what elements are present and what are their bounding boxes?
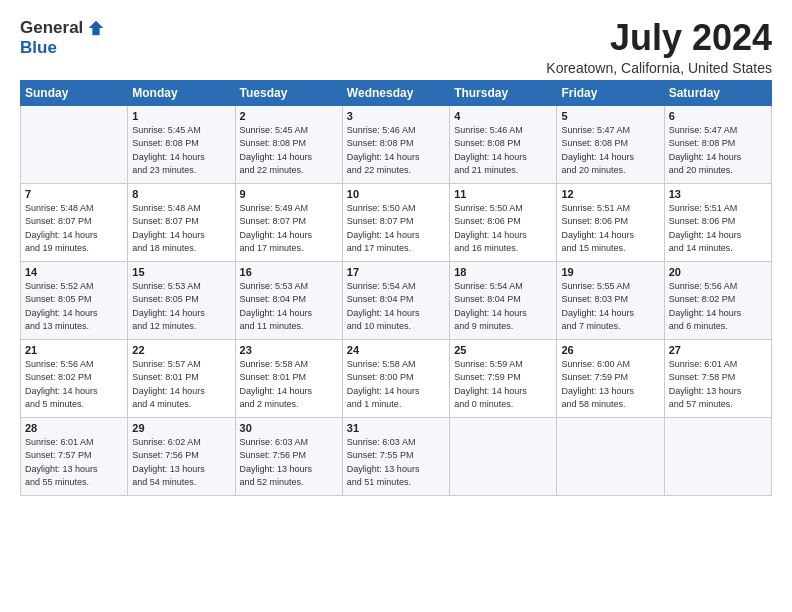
- calendar-cell: 8Sunrise: 5:48 AM Sunset: 8:07 PM Daylig…: [128, 183, 235, 261]
- calendar-cell: 28Sunrise: 6:01 AM Sunset: 7:57 PM Dayli…: [21, 417, 128, 495]
- calendar-cell: 23Sunrise: 5:58 AM Sunset: 8:01 PM Dayli…: [235, 339, 342, 417]
- day-info: Sunrise: 5:51 AM Sunset: 8:06 PM Dayligh…: [669, 202, 767, 256]
- weekday-header-row: SundayMondayTuesdayWednesdayThursdayFrid…: [21, 80, 772, 105]
- day-info: Sunrise: 5:58 AM Sunset: 8:00 PM Dayligh…: [347, 358, 445, 412]
- day-info: Sunrise: 5:45 AM Sunset: 8:08 PM Dayligh…: [240, 124, 338, 178]
- calendar-cell: 19Sunrise: 5:55 AM Sunset: 8:03 PM Dayli…: [557, 261, 664, 339]
- calendar-cell: 31Sunrise: 6:03 AM Sunset: 7:55 PM Dayli…: [342, 417, 449, 495]
- calendar-cell: 27Sunrise: 6:01 AM Sunset: 7:58 PM Dayli…: [664, 339, 771, 417]
- weekday-header-tuesday: Tuesday: [235, 80, 342, 105]
- day-number: 16: [240, 266, 338, 278]
- day-number: 4: [454, 110, 552, 122]
- calendar-cell: 13Sunrise: 5:51 AM Sunset: 8:06 PM Dayli…: [664, 183, 771, 261]
- calendar-cell: 9Sunrise: 5:49 AM Sunset: 8:07 PM Daylig…: [235, 183, 342, 261]
- weekday-header-wednesday: Wednesday: [342, 80, 449, 105]
- month-year: July 2024: [546, 18, 772, 58]
- calendar-cell: 30Sunrise: 6:03 AM Sunset: 7:56 PM Dayli…: [235, 417, 342, 495]
- day-info: Sunrise: 5:56 AM Sunset: 8:02 PM Dayligh…: [25, 358, 123, 412]
- weekday-header-thursday: Thursday: [450, 80, 557, 105]
- day-info: Sunrise: 5:46 AM Sunset: 8:08 PM Dayligh…: [454, 124, 552, 178]
- day-info: Sunrise: 5:53 AM Sunset: 8:05 PM Dayligh…: [132, 280, 230, 334]
- day-info: Sunrise: 5:46 AM Sunset: 8:08 PM Dayligh…: [347, 124, 445, 178]
- day-number: 14: [25, 266, 123, 278]
- day-number: 10: [347, 188, 445, 200]
- day-info: Sunrise: 5:48 AM Sunset: 8:07 PM Dayligh…: [25, 202, 123, 256]
- day-info: Sunrise: 5:54 AM Sunset: 8:04 PM Dayligh…: [347, 280, 445, 334]
- calendar-cell: 21Sunrise: 5:56 AM Sunset: 8:02 PM Dayli…: [21, 339, 128, 417]
- day-number: 2: [240, 110, 338, 122]
- day-info: Sunrise: 5:54 AM Sunset: 8:04 PM Dayligh…: [454, 280, 552, 334]
- calendar-cell: 16Sunrise: 5:53 AM Sunset: 8:04 PM Dayli…: [235, 261, 342, 339]
- location: Koreatown, California, United States: [546, 60, 772, 76]
- calendar-cell: 14Sunrise: 5:52 AM Sunset: 8:05 PM Dayli…: [21, 261, 128, 339]
- logo: General Blue: [20, 18, 105, 58]
- day-info: Sunrise: 5:56 AM Sunset: 8:02 PM Dayligh…: [669, 280, 767, 334]
- day-number: 3: [347, 110, 445, 122]
- day-number: 23: [240, 344, 338, 356]
- day-info: Sunrise: 5:50 AM Sunset: 8:07 PM Dayligh…: [347, 202, 445, 256]
- day-info: Sunrise: 6:01 AM Sunset: 7:57 PM Dayligh…: [25, 436, 123, 490]
- logo-general-text: General: [20, 18, 83, 38]
- calendar-cell: 5Sunrise: 5:47 AM Sunset: 8:08 PM Daylig…: [557, 105, 664, 183]
- calendar-cell: 2Sunrise: 5:45 AM Sunset: 8:08 PM Daylig…: [235, 105, 342, 183]
- calendar-cell: 18Sunrise: 5:54 AM Sunset: 8:04 PM Dayli…: [450, 261, 557, 339]
- calendar-week-row: 14Sunrise: 5:52 AM Sunset: 8:05 PM Dayli…: [21, 261, 772, 339]
- calendar-cell: 29Sunrise: 6:02 AM Sunset: 7:56 PM Dayli…: [128, 417, 235, 495]
- weekday-header-monday: Monday: [128, 80, 235, 105]
- day-number: 6: [669, 110, 767, 122]
- day-number: 12: [561, 188, 659, 200]
- calendar-cell: 22Sunrise: 5:57 AM Sunset: 8:01 PM Dayli…: [128, 339, 235, 417]
- day-number: 30: [240, 422, 338, 434]
- day-info: Sunrise: 5:59 AM Sunset: 7:59 PM Dayligh…: [454, 358, 552, 412]
- day-number: 9: [240, 188, 338, 200]
- day-number: 21: [25, 344, 123, 356]
- calendar-cell: 20Sunrise: 5:56 AM Sunset: 8:02 PM Dayli…: [664, 261, 771, 339]
- logo-icon: [87, 19, 105, 37]
- day-info: Sunrise: 5:58 AM Sunset: 8:01 PM Dayligh…: [240, 358, 338, 412]
- day-info: Sunrise: 5:51 AM Sunset: 8:06 PM Dayligh…: [561, 202, 659, 256]
- calendar-cell: 25Sunrise: 5:59 AM Sunset: 7:59 PM Dayli…: [450, 339, 557, 417]
- calendar-cell: 11Sunrise: 5:50 AM Sunset: 8:06 PM Dayli…: [450, 183, 557, 261]
- calendar-cell: 3Sunrise: 5:46 AM Sunset: 8:08 PM Daylig…: [342, 105, 449, 183]
- calendar-week-row: 21Sunrise: 5:56 AM Sunset: 8:02 PM Dayli…: [21, 339, 772, 417]
- day-info: Sunrise: 6:03 AM Sunset: 7:55 PM Dayligh…: [347, 436, 445, 490]
- calendar-cell: 1Sunrise: 5:45 AM Sunset: 8:08 PM Daylig…: [128, 105, 235, 183]
- calendar-cell: 26Sunrise: 6:00 AM Sunset: 7:59 PM Dayli…: [557, 339, 664, 417]
- calendar-cell: 4Sunrise: 5:46 AM Sunset: 8:08 PM Daylig…: [450, 105, 557, 183]
- day-number: 7: [25, 188, 123, 200]
- day-number: 24: [347, 344, 445, 356]
- day-info: Sunrise: 5:55 AM Sunset: 8:03 PM Dayligh…: [561, 280, 659, 334]
- calendar-week-row: 7Sunrise: 5:48 AM Sunset: 8:07 PM Daylig…: [21, 183, 772, 261]
- weekday-header-sunday: Sunday: [21, 80, 128, 105]
- day-number: 28: [25, 422, 123, 434]
- day-number: 15: [132, 266, 230, 278]
- header: General Blue July 2024 Koreatown, Califo…: [20, 18, 772, 76]
- weekday-header-friday: Friday: [557, 80, 664, 105]
- day-number: 1: [132, 110, 230, 122]
- day-info: Sunrise: 6:03 AM Sunset: 7:56 PM Dayligh…: [240, 436, 338, 490]
- day-number: 26: [561, 344, 659, 356]
- calendar-cell: [664, 417, 771, 495]
- day-info: Sunrise: 5:49 AM Sunset: 8:07 PM Dayligh…: [240, 202, 338, 256]
- weekday-header-saturday: Saturday: [664, 80, 771, 105]
- title-section: July 2024 Koreatown, California, United …: [546, 18, 772, 76]
- day-number: 17: [347, 266, 445, 278]
- day-number: 11: [454, 188, 552, 200]
- calendar-cell: [21, 105, 128, 183]
- day-info: Sunrise: 6:00 AM Sunset: 7:59 PM Dayligh…: [561, 358, 659, 412]
- calendar-week-row: 1Sunrise: 5:45 AM Sunset: 8:08 PM Daylig…: [21, 105, 772, 183]
- day-number: 5: [561, 110, 659, 122]
- day-number: 13: [669, 188, 767, 200]
- day-number: 25: [454, 344, 552, 356]
- day-info: Sunrise: 5:50 AM Sunset: 8:06 PM Dayligh…: [454, 202, 552, 256]
- day-info: Sunrise: 5:57 AM Sunset: 8:01 PM Dayligh…: [132, 358, 230, 412]
- calendar-cell: [557, 417, 664, 495]
- svg-marker-0: [89, 21, 103, 35]
- logo-blue-text: Blue: [20, 38, 57, 58]
- day-number: 8: [132, 188, 230, 200]
- day-info: Sunrise: 5:47 AM Sunset: 8:08 PM Dayligh…: [669, 124, 767, 178]
- day-number: 22: [132, 344, 230, 356]
- day-info: Sunrise: 5:48 AM Sunset: 8:07 PM Dayligh…: [132, 202, 230, 256]
- calendar-cell: [450, 417, 557, 495]
- calendar-cell: 6Sunrise: 5:47 AM Sunset: 8:08 PM Daylig…: [664, 105, 771, 183]
